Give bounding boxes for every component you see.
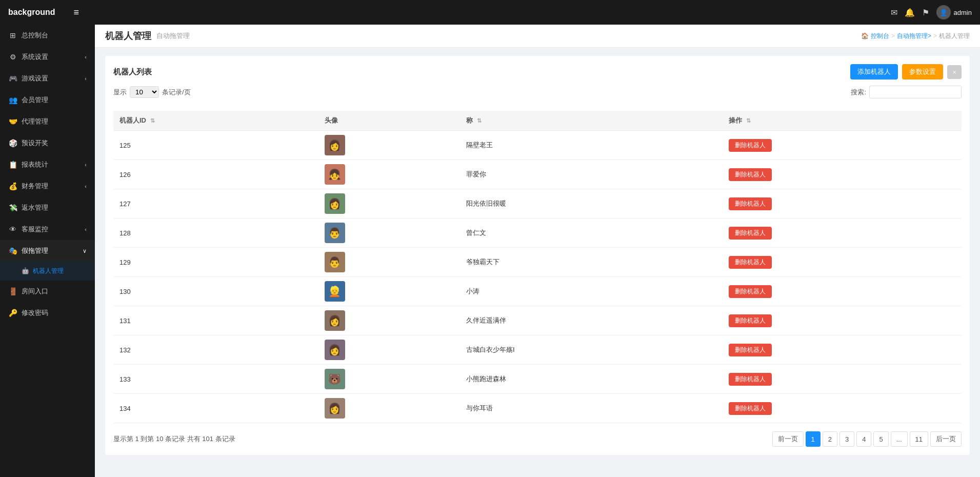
prev-page-button[interactable]: 前一页 [772, 431, 804, 447]
sidebar-item-system-settings[interactable]: ⚙ 系统设置 ‹ [0, 46, 95, 68]
avatar: 👧 [325, 164, 345, 185]
robot-id-cell: 133 [113, 365, 318, 394]
table-title: 机器人列表 [113, 67, 152, 77]
sidebar-item-room-entry[interactable]: 🚪 房间入口 [0, 281, 95, 302]
robot-action-cell: 删除机器人 [723, 248, 962, 277]
user-info[interactable]: 👤 admin [936, 5, 972, 19]
sidebar-subitem-robot-manage[interactable]: 🤖 机器人管理 [0, 262, 95, 281]
settings-icon: ⚙ [8, 53, 17, 61]
table-row: 130👱小涛删除机器人 [113, 277, 962, 306]
page-button-11[interactable]: 11 [910, 431, 928, 447]
delete-robot-button[interactable]: 删除机器人 [729, 227, 772, 240]
chevron-right-icon: ‹ [85, 183, 87, 189]
sidebar-item-label: 总控制台 [22, 31, 48, 40]
chevron-right-icon: ‹ [85, 162, 87, 168]
hamburger-button[interactable]: ≡ [74, 7, 79, 18]
next-page-button[interactable]: 后一页 [930, 431, 962, 447]
toolbar-right: 添加机器人 参数设置 × [850, 64, 962, 80]
robot-id-cell: 125 [113, 131, 318, 160]
robot-action-cell: 删除机器人 [723, 131, 962, 160]
robot-avatar-cell: 👱 [318, 277, 460, 306]
sort-icon-id[interactable]: ⇅ [150, 117, 155, 124]
search-label: 搜索: [851, 88, 866, 97]
sidebar-item-label: 报表统计 [22, 160, 48, 169]
pagination-area: 显示第 1 到第 10 条记录 共有 101 条记录 前一页 1 2 3 4 5… [113, 431, 962, 447]
robot-id-cell: 126 [113, 160, 318, 189]
col-actions: 操作 ⇅ [723, 111, 962, 131]
table-row: 133🐻小熊跑进森林删除机器人 [113, 365, 962, 394]
sidebar-item-label: 修改密码 [22, 308, 48, 317]
delete-robot-button[interactable]: 删除机器人 [729, 344, 772, 356]
sort-icon-name[interactable]: ⇅ [477, 117, 482, 124]
sidebar-item-fake-manage[interactable]: 🎭 假拖管理 ∨ [0, 240, 95, 262]
bell-icon[interactable]: 🔔 [905, 8, 915, 17]
breadcrumb-dashboard[interactable]: 控制台 [871, 32, 889, 41]
sidebar-item-report-stats[interactable]: 📋 报表统计 ‹ [0, 154, 95, 175]
sidebar-item-dashboard[interactable]: ⊞ 总控制台 [0, 25, 95, 46]
page-button-3[interactable]: 3 [839, 431, 854, 447]
delete-robot-button[interactable]: 删除机器人 [729, 285, 772, 298]
robot-avatar-cell: 👩 [318, 131, 460, 160]
robot-name-cell: 阳光依旧很暖 [460, 189, 723, 218]
delete-robot-button[interactable]: 删除机器人 [729, 139, 772, 152]
delete-robot-button[interactable]: 删除机器人 [729, 256, 772, 269]
robot-table: 机器人ID ⇅ 头像 称 ⇅ 操作 [113, 111, 962, 423]
col-avatar: 头像 [318, 111, 460, 131]
sidebar-item-agent-manage[interactable]: 🤝 代理管理 [0, 111, 95, 132]
sidebar-item-rebate-manage[interactable]: 💸 返水管理 [0, 197, 95, 218]
flag-icon[interactable]: ⚑ [922, 8, 929, 17]
avatar: 👱 [325, 281, 345, 302]
mail-icon[interactable]: ✉ [891, 8, 897, 17]
username: admin [954, 9, 972, 16]
per-page-select[interactable]: 10 25 50 100 [130, 86, 159, 98]
sidebar-item-member-manage[interactable]: 👥 会员管理 [0, 89, 95, 111]
table-row: 126👧罪爱你删除机器人 [113, 160, 962, 189]
page-button-5[interactable]: 5 [873, 431, 888, 447]
param-settings-button[interactable]: 参数设置 [902, 64, 943, 80]
page-button-4[interactable]: 4 [856, 431, 871, 447]
robot-id-cell: 129 [113, 248, 318, 277]
table-row: 134👩与你耳语删除机器人 [113, 394, 962, 423]
robot-avatar-cell: 👧 [318, 160, 460, 189]
robot-name-cell: 久伴近遥满伴 [460, 306, 723, 335]
delete-robot-button[interactable]: 删除机器人 [729, 197, 772, 210]
delete-robot-button[interactable]: 删除机器人 [729, 373, 772, 386]
chevron-right-icon: ‹ [85, 226, 87, 232]
delete-robot-button[interactable]: 删除机器人 [729, 402, 772, 415]
robot-name-cell: 小熊跑进森林 [460, 365, 723, 394]
avatar: 🐻 [325, 369, 345, 389]
breadcrumb-auto-drag[interactable]: 自动拖管理> [897, 32, 931, 41]
search-area: 搜索: [851, 86, 962, 98]
page-header: 机器人管理 自动拖管理 🏠 控制台 > 自动拖管理> > 机器人管理 [95, 25, 980, 48]
robot-name-cell: 爷独霸天下 [460, 248, 723, 277]
delete-robot-button[interactable]: 删除机器人 [729, 314, 772, 327]
sort-icon-actions[interactable]: ⇅ [746, 117, 751, 124]
search-input[interactable] [869, 86, 962, 98]
robot-manage-icon: 🤖 [22, 267, 29, 274]
table-row: 131👩久伴近遥满伴删除机器人 [113, 306, 962, 335]
table-row: 129👨爷独霸天下删除机器人 [113, 248, 962, 277]
robot-avatar-cell: 🐻 [318, 365, 460, 394]
sidebar-item-game-settings[interactable]: 🎮 游戏设置 ‹ [0, 68, 95, 89]
robot-action-cell: 删除机器人 [723, 335, 962, 365]
sidebar-item-label: 客服监控 [22, 225, 48, 234]
close-button[interactable]: × [947, 65, 962, 79]
sidebar-item-label: 房间入口 [22, 287, 48, 296]
robot-name-cell: 小涛 [460, 277, 723, 306]
table-toolbar: 机器人列表 添加机器人 参数设置 × [113, 64, 962, 80]
sidebar-item-change-pwd[interactable]: 🔑 修改密码 [0, 302, 95, 324]
delete-robot-button[interactable]: 删除机器人 [729, 168, 772, 181]
sidebar-item-finance-manage[interactable]: 💰 财务管理 ‹ [0, 175, 95, 197]
topbar-right-icons: ✉ 🔔 ⚑ 👤 admin [891, 5, 972, 19]
page-button-2[interactable]: 2 [823, 431, 837, 447]
page-button-1[interactable]: 1 [806, 431, 821, 447]
main-content: 机器人列表 添加机器人 参数设置 × 显示 10 25 50 [95, 48, 980, 477]
main-layout: ⊞ 总控制台 ⚙ 系统设置 ‹ 🎮 游戏设置 ‹ 👥 会员管理 🤝 代理管理 🎲… [0, 25, 980, 477]
breadcrumb: 🏠 控制台 > 自动拖管理> > 机器人管理 [861, 32, 970, 41]
key-icon: 🔑 [8, 309, 17, 317]
add-robot-button[interactable]: 添加机器人 [850, 64, 898, 80]
sidebar-item-label: 代理管理 [22, 117, 48, 126]
sidebar-item-preset-lottery[interactable]: 🎲 预设开奖 [0, 132, 95, 154]
sidebar-item-customer-monitor[interactable]: 👁 客服监控 ‹ [0, 218, 95, 240]
per-page-prefix: 显示 [113, 88, 127, 97]
